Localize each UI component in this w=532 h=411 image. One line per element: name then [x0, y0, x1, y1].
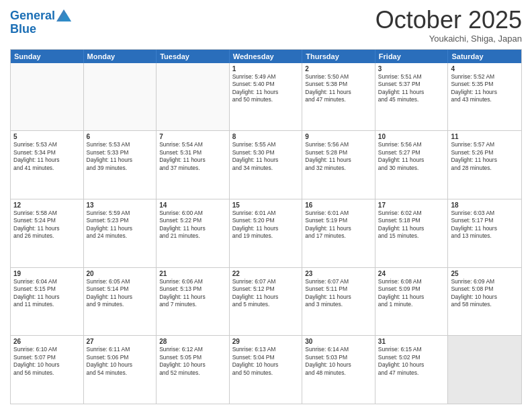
day-number: 23	[305, 270, 372, 277]
day-cell-18: 18Sunrise: 6:03 AMSunset: 5:17 PMDayligh…	[448, 199, 521, 267]
day-cell-8: 8Sunrise: 5:55 AMSunset: 5:30 PMDaylight…	[230, 131, 303, 199]
day-cell-10: 10Sunrise: 5:56 AMSunset: 5:27 PMDayligh…	[375, 131, 449, 199]
day-cell-1: 1Sunrise: 5:49 AMSunset: 5:40 PMDaylight…	[230, 63, 303, 131]
day-info: Sunrise: 6:02 AMSunset: 5:18 PMDaylight:…	[378, 210, 445, 240]
logo: General Blue	[10, 9, 71, 35]
day-number: 2	[305, 65, 372, 73]
day-number: 9	[305, 133, 372, 140]
day-number: 16	[305, 201, 372, 209]
day-number: 8	[232, 133, 300, 140]
day-info: Sunrise: 5:54 AMSunset: 5:31 PMDaylight:…	[159, 141, 226, 172]
day-cell-3: 3Sunrise: 5:51 AMSunset: 5:37 PMDaylight…	[375, 63, 449, 131]
day-cell-empty	[448, 336, 521, 404]
day-cell-17: 17Sunrise: 6:02 AMSunset: 5:18 PMDayligh…	[375, 199, 449, 267]
day-header-wednesday: Wednesday	[230, 50, 303, 63]
day-cell-11: 11Sunrise: 5:57 AMSunset: 5:26 PMDayligh…	[448, 131, 521, 199]
day-number: 19	[13, 270, 81, 277]
week-row-5: 26Sunrise: 6:10 AMSunset: 5:07 PMDayligh…	[11, 336, 521, 404]
day-number: 30	[305, 338, 372, 345]
location-subtitle: Youkaichi, Shiga, Japan	[375, 34, 522, 44]
day-header-monday: Monday	[84, 50, 157, 63]
day-number: 28	[159, 338, 226, 345]
day-number: 27	[87, 338, 154, 345]
calendar-container: General Blue October 2025 Youkaichi, Shi…	[0, 0, 532, 411]
day-cell-7: 7Sunrise: 5:54 AMSunset: 5:31 PMDaylight…	[157, 131, 230, 199]
day-info: Sunrise: 5:53 AMSunset: 5:34 PMDaylight:…	[13, 141, 81, 172]
month-title: October 2025	[375, 7, 522, 34]
day-info: Sunrise: 5:57 AMSunset: 5:26 PMDaylight:…	[451, 141, 519, 172]
day-info: Sunrise: 5:51 AMSunset: 5:37 PMDaylight:…	[378, 73, 445, 104]
day-cell-15: 15Sunrise: 6:01 AMSunset: 5:20 PMDayligh…	[230, 199, 303, 267]
day-info: Sunrise: 6:04 AMSunset: 5:15 PMDaylight:…	[13, 278, 81, 309]
day-number: 21	[159, 270, 226, 277]
day-info: Sunrise: 5:58 AMSunset: 5:24 PMDaylight:…	[13, 210, 81, 240]
day-info: Sunrise: 6:00 AMSunset: 5:22 PMDaylight:…	[159, 210, 226, 240]
day-number: 10	[378, 133, 445, 140]
day-info: Sunrise: 6:01 AMSunset: 5:20 PMDaylight:…	[232, 210, 300, 240]
title-section: October 2025 Youkaichi, Shiga, Japan	[375, 7, 522, 44]
day-number: 3	[378, 65, 445, 73]
day-cell-25: 25Sunrise: 6:09 AMSunset: 5:08 PMDayligh…	[448, 268, 521, 336]
day-headers-row: SundayMondayTuesdayWednesdayThursdayFrid…	[11, 50, 521, 63]
day-info: Sunrise: 6:01 AMSunset: 5:19 PMDaylight:…	[305, 210, 372, 240]
day-info: Sunrise: 6:03 AMSunset: 5:17 PMDaylight:…	[451, 210, 519, 240]
day-cell-16: 16Sunrise: 6:01 AMSunset: 5:19 PMDayligh…	[302, 199, 375, 267]
day-number: 11	[451, 133, 519, 140]
week-row-3: 12Sunrise: 5:58 AMSunset: 5:24 PMDayligh…	[11, 199, 521, 268]
day-info: Sunrise: 6:15 AMSunset: 5:02 PMDaylight:…	[378, 346, 445, 377]
day-cell-5: 5Sunrise: 5:53 AMSunset: 5:34 PMDaylight…	[11, 131, 84, 199]
day-number: 17	[378, 201, 445, 209]
day-cell-27: 27Sunrise: 6:11 AMSunset: 5:06 PMDayligh…	[84, 336, 157, 404]
day-header-thursday: Thursday	[302, 50, 375, 63]
logo-blue: Blue	[10, 23, 71, 35]
day-cell-empty	[11, 63, 84, 131]
day-number: 22	[232, 270, 300, 277]
day-cell-28: 28Sunrise: 6:12 AMSunset: 5:05 PMDayligh…	[157, 336, 230, 404]
logo-text: General	[10, 9, 55, 23]
day-info: Sunrise: 5:53 AMSunset: 5:33 PMDaylight:…	[87, 141, 154, 172]
day-info: Sunrise: 6:11 AMSunset: 5:06 PMDaylight:…	[87, 346, 154, 377]
day-number: 13	[87, 201, 154, 209]
header: General Blue October 2025 Youkaichi, Shi…	[10, 7, 522, 44]
week-row-2: 5Sunrise: 5:53 AMSunset: 5:34 PMDaylight…	[11, 131, 521, 199]
day-info: Sunrise: 5:56 AMSunset: 5:27 PMDaylight:…	[378, 141, 445, 172]
day-number: 25	[451, 270, 519, 277]
day-number: 24	[378, 270, 445, 277]
day-cell-31: 31Sunrise: 6:15 AMSunset: 5:02 PMDayligh…	[375, 336, 449, 404]
day-cell-12: 12Sunrise: 5:58 AMSunset: 5:24 PMDayligh…	[11, 199, 84, 267]
day-cell-9: 9Sunrise: 5:56 AMSunset: 5:28 PMDaylight…	[302, 131, 375, 199]
calendar-body: 1Sunrise: 5:49 AMSunset: 5:40 PMDaylight…	[11, 63, 521, 404]
day-number: 14	[159, 201, 226, 209]
day-info: Sunrise: 6:14 AMSunset: 5:03 PMDaylight:…	[305, 346, 372, 377]
day-cell-20: 20Sunrise: 6:05 AMSunset: 5:14 PMDayligh…	[84, 268, 157, 336]
day-info: Sunrise: 5:50 AMSunset: 5:38 PMDaylight:…	[305, 73, 372, 104]
day-cell-30: 30Sunrise: 6:14 AMSunset: 5:03 PMDayligh…	[302, 336, 375, 404]
day-number: 15	[232, 201, 300, 209]
day-cell-4: 4Sunrise: 5:52 AMSunset: 5:35 PMDaylight…	[448, 63, 521, 131]
day-cell-6: 6Sunrise: 5:53 AMSunset: 5:33 PMDaylight…	[84, 131, 157, 199]
day-cell-21: 21Sunrise: 6:06 AMSunset: 5:13 PMDayligh…	[157, 268, 230, 336]
day-header-sunday: Sunday	[11, 50, 84, 63]
day-number: 29	[232, 338, 300, 345]
week-row-1: 1Sunrise: 5:49 AMSunset: 5:40 PMDaylight…	[11, 63, 521, 132]
day-cell-24: 24Sunrise: 6:08 AMSunset: 5:09 PMDayligh…	[375, 268, 449, 336]
day-number: 18	[451, 201, 519, 209]
day-info: Sunrise: 5:59 AMSunset: 5:23 PMDaylight:…	[87, 210, 154, 240]
day-number: 7	[159, 133, 226, 140]
day-info: Sunrise: 6:10 AMSunset: 5:07 PMDaylight:…	[13, 346, 81, 377]
day-header-saturday: Saturday	[448, 50, 521, 63]
week-row-4: 19Sunrise: 6:04 AMSunset: 5:15 PMDayligh…	[11, 268, 521, 336]
day-info: Sunrise: 5:55 AMSunset: 5:30 PMDaylight:…	[232, 141, 300, 172]
day-cell-26: 26Sunrise: 6:10 AMSunset: 5:07 PMDayligh…	[11, 336, 84, 404]
day-info: Sunrise: 5:49 AMSunset: 5:40 PMDaylight:…	[232, 73, 300, 104]
calendar: SundayMondayTuesdayWednesdayThursdayFrid…	[10, 49, 522, 404]
day-info: Sunrise: 6:13 AMSunset: 5:04 PMDaylight:…	[232, 346, 300, 377]
day-info: Sunrise: 6:07 AMSunset: 5:12 PMDaylight:…	[232, 278, 300, 309]
logo-icon	[56, 9, 71, 21]
day-info: Sunrise: 5:52 AMSunset: 5:35 PMDaylight:…	[451, 73, 519, 104]
day-cell-empty	[84, 63, 157, 131]
day-number: 1	[232, 65, 300, 73]
day-info: Sunrise: 6:12 AMSunset: 5:05 PMDaylight:…	[159, 346, 226, 377]
day-info: Sunrise: 6:07 AMSunset: 5:11 PMDaylight:…	[305, 278, 372, 309]
day-number: 4	[451, 65, 519, 73]
